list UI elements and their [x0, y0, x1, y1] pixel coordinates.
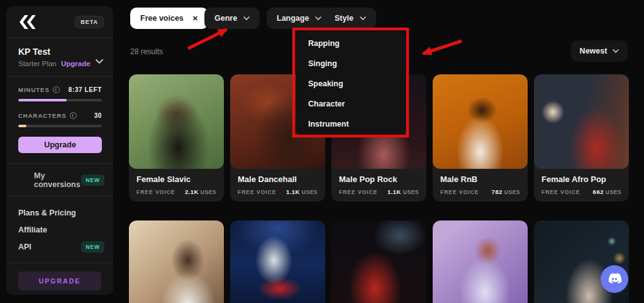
- voice-card-type: FREE VOICE: [238, 189, 276, 195]
- characters-progress-track: [18, 125, 102, 127]
- style-label: Style: [335, 14, 353, 23]
- voice-card-uses-label: USES: [403, 189, 419, 195]
- plans-pricing-label: Plans & Pricing: [18, 209, 76, 217]
- new-badge: NEW: [81, 241, 104, 253]
- app-screen: BETA KP Test Starter Plan Upgrade MINUTE…: [0, 0, 644, 303]
- voice-card-title: Male RnB: [440, 174, 520, 184]
- characters-label: CHARACTERS: [18, 112, 67, 119]
- voice-card-uses-count: 782: [492, 188, 502, 195]
- chevron-down-icon: [360, 16, 366, 20]
- filter-style-button[interactable]: Style: [325, 8, 376, 29]
- voice-card[interactable]: [230, 220, 325, 303]
- minutes-progress-fill: [18, 99, 67, 101]
- divider: [6, 263, 113, 263]
- annotation-red-arrow-dropdown: [423, 41, 462, 54]
- menu-item-rapping[interactable]: Rapping: [296, 33, 406, 54]
- genre-dropdown-menu: Rapping Singing Speaking Character Instr…: [296, 31, 406, 135]
- voice-card-title: Male Dancehall: [238, 174, 318, 184]
- upgrade-button[interactable]: Upgrade: [18, 137, 102, 153]
- characters-progress-fill: [18, 125, 26, 127]
- account-plan: Starter Plan: [18, 60, 57, 67]
- voice-card-type: FREE VOICE: [339, 189, 377, 195]
- menu-item-speaking[interactable]: Speaking: [296, 74, 406, 94]
- account-section[interactable]: KP Test Starter Plan Upgrade: [6, 38, 113, 76]
- voice-card-uses-label: USES: [201, 189, 216, 195]
- voice-card[interactable]: [331, 220, 426, 303]
- chevron-down-icon: [243, 16, 250, 20]
- affiliate-label: Affiliate: [18, 226, 47, 234]
- filter-genre-button[interactable]: Genre: [204, 8, 260, 29]
- voice-card-title: Female Slavic: [136, 174, 216, 184]
- voice-card-uses-count: 1.1K: [286, 188, 300, 195]
- kits-logo[interactable]: [18, 15, 36, 29]
- menu-item-singing[interactable]: Singing: [296, 54, 406, 74]
- voice-card-uses-label: USES: [302, 189, 318, 195]
- sort-newest-button[interactable]: Newest: [571, 40, 628, 62]
- voice-card[interactable]: Female Slavic FREE VOICE 2.1K USES: [129, 74, 224, 202]
- discord-icon: [606, 270, 623, 289]
- chevron-down-icon[interactable]: [96, 55, 103, 66]
- discord-button[interactable]: [601, 265, 628, 293]
- beta-badge: BETA: [75, 16, 104, 28]
- sidebar-item-plans-pricing[interactable]: Plans & Pricing: [18, 204, 104, 221]
- voice-card[interactable]: Male RnB FREE VOICE 782 USES: [433, 74, 528, 202]
- voice-card-uses-count: 1.1K: [387, 188, 401, 195]
- minutes-label: MINUTES: [18, 86, 50, 93]
- my-conversions-label: My conversions: [34, 171, 81, 189]
- voice-card-type: FREE VOICE: [440, 189, 479, 195]
- minutes-left-value: 8:37 LEFT: [69, 86, 102, 93]
- menu-item-character[interactable]: Character: [296, 94, 406, 114]
- x-close-icon[interactable]: ✕: [192, 14, 198, 23]
- voice-card-uses-count: 2.1K: [185, 188, 199, 195]
- voice-card-image: [433, 74, 528, 169]
- voice-card-image: [129, 220, 224, 303]
- free-voices-label: Free voices: [140, 14, 184, 23]
- voice-card-image: [433, 220, 528, 303]
- sidebar: BETA KP Test Starter Plan Upgrade MINUTE…: [6, 6, 113, 295]
- voice-card-uses-label: USES: [606, 189, 621, 195]
- sidebar-item-affiliate[interactable]: Affiliate: [18, 221, 104, 238]
- voice-card[interactable]: [433, 220, 528, 303]
- annotation-red-arrow-genre: [188, 30, 226, 49]
- voice-card-title: Female Afro Pop: [541, 174, 621, 184]
- chevron-down-icon: [613, 49, 619, 53]
- genre-label: Genre: [214, 14, 237, 23]
- sort-label: Newest: [580, 47, 608, 55]
- voice-card-image: [230, 220, 325, 303]
- results-count: 28 results: [130, 47, 163, 56]
- menu-item-instrument[interactable]: Instrument: [296, 114, 406, 134]
- characters-value: 30: [94, 112, 102, 119]
- account-name: KP Test: [18, 47, 102, 57]
- voice-card[interactable]: Female Afro Pop FREE VOICE 662 USES: [534, 74, 629, 202]
- plan-upgrade-link[interactable]: Upgrade: [61, 60, 91, 67]
- info-circle-icon[interactable]: i: [53, 86, 60, 93]
- voice-card-uses-count: 662: [593, 188, 604, 195]
- voice-card-grid-row-2: [129, 220, 629, 303]
- voice-card-image: [129, 74, 224, 169]
- langage-label: Langage: [277, 14, 309, 23]
- voice-card-type: FREE VOICE: [136, 189, 175, 195]
- voice-card-image: [534, 74, 629, 169]
- chevron-down-icon: [315, 16, 321, 20]
- usage-section: MINUTES i 8:37 LEFT CHARACTERS i 30 Upgr…: [6, 77, 113, 163]
- voice-card-image: [331, 220, 426, 303]
- sidebar-item-my-conversions[interactable]: My conversions NEW: [6, 164, 113, 196]
- filter-langage-button[interactable]: Langage: [267, 8, 331, 29]
- sidebar-item-api[interactable]: API NEW: [18, 238, 104, 255]
- voice-card[interactable]: [129, 220, 224, 303]
- voice-card-title: Male Pop Rock: [339, 174, 419, 184]
- info-circle-icon[interactable]: i: [70, 112, 77, 119]
- upgrade-cta-button[interactable]: UPGRADE: [18, 272, 101, 290]
- api-label: API: [18, 243, 31, 251]
- voice-card-type: FREE VOICE: [541, 189, 580, 195]
- new-badge: NEW: [81, 174, 104, 186]
- voice-card-uses-label: USES: [504, 189, 520, 195]
- filter-chip-free-voices[interactable]: Free voices ✕: [130, 8, 208, 29]
- minutes-progress-track: [18, 99, 102, 101]
